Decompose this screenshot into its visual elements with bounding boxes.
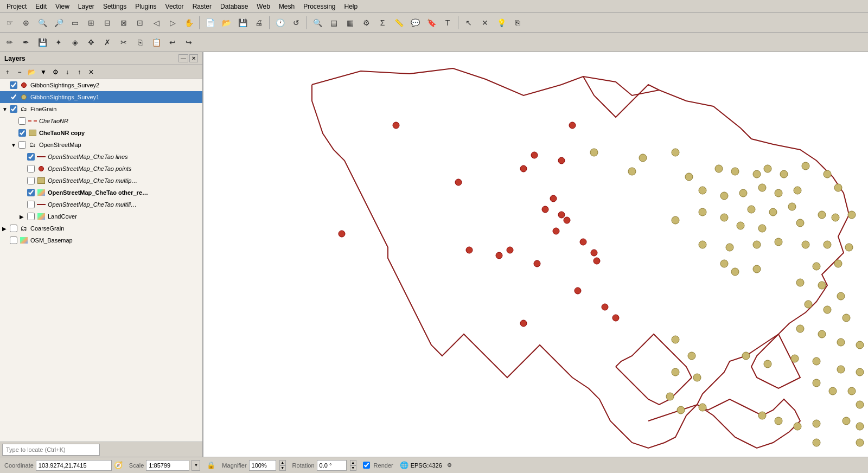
layer-move-down-btn[interactable]: ↓ (62, 67, 73, 78)
zoom-native-btn[interactable]: ⊡ (132, 15, 148, 30)
expand-osm[interactable]: ▼ (11, 142, 17, 148)
layer-osm-multiline[interactable]: OpenStreetMap_CheTao multili… (0, 199, 202, 210)
open-btn[interactable]: 📂 (219, 15, 234, 30)
layer-check-osm-multi[interactable] (27, 177, 35, 184)
annotate-btn[interactable]: 💬 (407, 15, 423, 30)
save-edits-btn[interactable]: 💾 (35, 35, 50, 50)
zoom-next-btn[interactable]: ▷ (165, 15, 180, 30)
expand-landcover[interactable]: ▶ (20, 214, 26, 220)
layer-check-landcover[interactable] (27, 213, 35, 220)
pan-map-btn[interactable]: ✋ (181, 15, 196, 30)
text-btn[interactable]: T (440, 15, 455, 30)
layer-osm-lines[interactable]: OpenStreetMap_CheTao lines (0, 151, 202, 163)
layer-check-finegrain[interactable] (10, 105, 17, 113)
statistical-btn[interactable]: ▦ (342, 15, 358, 30)
delete-feature-btn[interactable]: ✗ (100, 35, 115, 50)
zoom-full-btn[interactable]: ⊞ (84, 15, 99, 30)
add-feature-btn[interactable]: ✦ (51, 35, 66, 50)
rotation-input[interactable] (317, 460, 347, 471)
layer-coarsegrain[interactable]: ▶ 🗂 CoarseGrain (0, 222, 202, 234)
layer-open-btn[interactable]: 📂 (26, 67, 37, 78)
layer-filter-btn[interactable]: ▼ (38, 67, 49, 78)
map-area[interactable] (203, 52, 868, 457)
layer-settings-btn[interactable]: ⚙ (50, 67, 61, 78)
deselect-btn[interactable]: ✕ (477, 15, 493, 30)
edit-current-btn[interactable]: ✒ (18, 35, 34, 50)
locate-input[interactable] (2, 444, 100, 456)
layer-check-chetaonr[interactable] (18, 117, 26, 125)
undo-btn[interactable]: ↩ (165, 35, 180, 50)
layer-check-gibbonsightings2[interactable] (10, 81, 17, 89)
layers-minimize-btn[interactable]: — (178, 54, 188, 62)
rubber-band-btn[interactable]: ▭ (67, 15, 82, 30)
menu-plugins[interactable]: Plugins (131, 2, 161, 11)
layer-check-coarsegrain[interactable] (10, 225, 17, 232)
layer-check-gibbonsightings1[interactable] (10, 93, 17, 101)
layer-osm-basemap[interactable]: OSM_Basemap (0, 234, 202, 246)
menu-web[interactable]: Web (252, 2, 274, 11)
layer-check-osm-other[interactable] (27, 189, 35, 196)
edit-pencil-btn[interactable]: ✏ (2, 35, 17, 50)
select-btn[interactable]: ↖ (461, 15, 476, 30)
scale-dropdown-btn[interactable]: ▼ (192, 460, 200, 471)
layer-check-osm-points[interactable] (27, 165, 35, 172)
move-feature-btn[interactable]: ✥ (84, 35, 99, 50)
menu-raster[interactable]: Raster (188, 2, 216, 11)
layer-chetaonr[interactable]: CheTaoNR (0, 115, 202, 127)
attribute-table-btn[interactable]: ▤ (326, 15, 341, 30)
expand-finegrain[interactable]: ▼ (2, 106, 9, 112)
menu-edit[interactable]: Edit (31, 2, 51, 11)
layer-check-openstreetmap[interactable] (18, 141, 26, 149)
layer-landcover[interactable]: ▶ LandCover (0, 210, 202, 222)
identify-btn[interactable]: 🔍 (310, 15, 325, 30)
layer-remove-btn[interactable]: − (14, 67, 25, 78)
epsg-value[interactable]: EPSG:4326 (411, 462, 442, 469)
new-btn[interactable]: 📄 (202, 15, 218, 30)
epsg-settings-btn[interactable]: ⚙ (444, 460, 455, 471)
rotation-up-btn[interactable]: ▲ (350, 460, 356, 465)
layer-osm-points[interactable]: OpenStreetMap_CheTao points (0, 163, 202, 175)
layers-close-btn[interactable]: ✕ (189, 54, 198, 62)
menu-processing[interactable]: Processing (299, 2, 340, 11)
layer-remove2-btn[interactable]: ✕ (86, 67, 97, 78)
copy-map-btn[interactable]: ⎘ (510, 15, 525, 30)
menu-settings[interactable]: Settings (99, 2, 131, 11)
layer-osm-multi[interactable]: OpenStreetMap_CheTao multip… (0, 175, 202, 187)
zoom-out-btn[interactable]: 🔎 (51, 15, 66, 30)
zoom-selected-btn[interactable]: ⊟ (100, 15, 115, 30)
redo-btn[interactable]: ↪ (181, 35, 196, 50)
layer-check-chetaonrcopy[interactable] (18, 129, 26, 137)
layer-finegrain[interactable]: ▼ 🗂 FineGrain (0, 103, 202, 115)
cut-feature-btn[interactable]: ✂ (116, 35, 131, 50)
menu-mesh[interactable]: Mesh (275, 2, 299, 11)
pan-tool-btn[interactable]: ☞ (2, 15, 17, 30)
layer-check-osm-basemap[interactable] (10, 237, 17, 244)
rotation-down-btn[interactable]: ▼ (350, 465, 356, 471)
menu-view[interactable]: View (51, 2, 74, 11)
layer-openstreetmap[interactable]: ▼ 🗂 OpenStreetMap (0, 139, 202, 151)
clock-btn[interactable]: 🕐 (272, 15, 288, 30)
sigma-btn[interactable]: Σ (375, 15, 390, 30)
magnifier-up-btn[interactable]: ▲ (279, 460, 286, 465)
save-btn[interactable]: 💾 (235, 15, 250, 30)
menu-help[interactable]: Help (340, 2, 362, 11)
refresh-btn[interactable]: ↺ (289, 15, 304, 30)
layer-check-osm-lines[interactable] (27, 153, 35, 161)
scale-input[interactable] (146, 460, 189, 471)
expand-coarsegrain[interactable]: ▶ (2, 226, 9, 232)
layer-osm-other[interactable]: OpenStreetMap_CheTao other_re… (0, 187, 202, 199)
touch-zoom-btn[interactable]: ⊕ (18, 15, 34, 30)
map-tips-btn[interactable]: 💡 (494, 15, 509, 30)
paste-feature-btn[interactable]: 📋 (149, 35, 164, 50)
measure-btn[interactable]: 📏 (391, 15, 406, 30)
magnifier-down-btn[interactable]: ▼ (279, 465, 286, 471)
layer-gibbonsightings2[interactable]: GibbonSightings_Survey2 (0, 79, 202, 91)
settings2-btn[interactable]: ⚙ (359, 15, 374, 30)
copy-feature-btn[interactable]: ⎘ (132, 35, 148, 50)
layer-move-up-btn[interactable]: ↑ (74, 67, 85, 78)
zoom-in-btn[interactable]: 🔍 (35, 15, 50, 30)
coordinate-input[interactable] (36, 460, 112, 471)
layer-check-osm-multiline[interactable] (27, 201, 35, 208)
zoom-layer-btn[interactable]: ⊠ (116, 15, 131, 30)
edit-node-btn[interactable]: ◈ (67, 35, 82, 50)
